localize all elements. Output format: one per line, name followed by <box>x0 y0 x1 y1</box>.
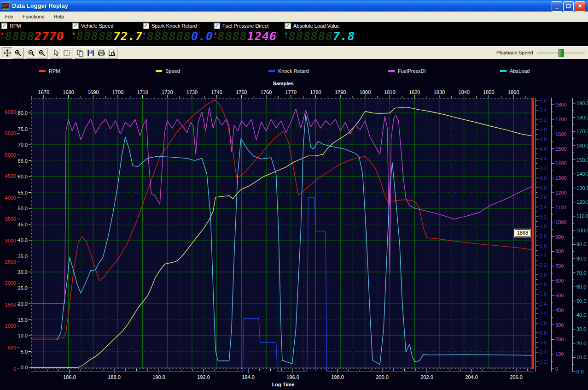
svg-text:80.0: 80.0 <box>18 110 28 116</box>
svg-text:10.0: 10.0 <box>576 355 586 360</box>
svg-text:1750: 1750 <box>236 89 247 95</box>
channel-label: Fuel Pressure Direct <box>222 23 268 29</box>
zoom-window-icon <box>14 49 22 57</box>
print-button[interactable] <box>96 47 107 59</box>
svg-text:120.0: 120.0 <box>576 199 588 205</box>
channel-rpm: ✓RPM+−88882770 <box>0 22 70 46</box>
svg-text:80.0: 80.0 <box>576 256 586 261</box>
checkbox-vehicle-speed[interactable]: ✓ <box>72 23 79 29</box>
checkbox-spark-knock-retard[interactable]: ✓ <box>143 23 149 29</box>
svg-text:1600: 1600 <box>555 131 566 137</box>
svg-text:0.0: 0.0 <box>21 365 28 370</box>
svg-text:2.8: 2.8 <box>540 233 547 239</box>
svg-text:70.0: 70.0 <box>18 142 28 148</box>
svg-text:192.0: 192.0 <box>197 374 210 380</box>
svg-text:1400: 1400 <box>555 160 566 166</box>
menu-file[interactable]: File <box>1 12 17 21</box>
svg-text:6000: 6000 <box>5 109 16 115</box>
chart-plot[interactable]: 1670168016901700171017201730174017501760… <box>0 59 588 390</box>
channel-label: Spark Knock Retard <box>151 23 197 29</box>
svg-text:65.0: 65.0 <box>18 158 28 164</box>
svg-text:1500: 1500 <box>555 146 566 152</box>
svg-text:1500: 1500 <box>5 302 16 307</box>
channel-checkbox-row: ✓Absolute Load Value <box>285 23 340 29</box>
svg-text:1720: 1720 <box>162 89 173 95</box>
svg-text:500: 500 <box>555 293 564 298</box>
channel-absolute-load-value: ✓Absolute Load Value+−8888887.8 <box>284 22 354 46</box>
save-button[interactable] <box>85 47 96 59</box>
svg-text:2000: 2000 <box>5 280 16 286</box>
window-buttons: _❐✕ <box>552 1 585 12</box>
maximize-button[interactable]: ❐ <box>563 1 574 12</box>
svg-text:1850: 1850 <box>483 89 494 95</box>
svg-text:4500: 4500 <box>5 173 16 179</box>
svg-text:40.0: 40.0 <box>576 312 586 318</box>
channel-spark-knock-retard: ✓Spark Knock Retard+−8888880.0 <box>142 22 212 46</box>
zoom-out-button[interactable] <box>26 47 37 59</box>
app-icon <box>2 2 10 10</box>
svg-text:1000: 1000 <box>555 219 566 225</box>
svg-text:196.0: 196.0 <box>286 374 299 380</box>
title-bar[interactable]: Data Logger Replay _❐✕ <box>0 0 588 12</box>
svg-text:1840: 1840 <box>458 89 469 95</box>
print-preview-button[interactable] <box>106 47 117 59</box>
copy-icon <box>76 49 84 57</box>
svg-text:180.0: 180.0 <box>576 115 588 120</box>
checkbox-rpm[interactable]: ✓ <box>1 23 7 29</box>
svg-text:45.0: 45.0 <box>18 222 28 227</box>
print-icon <box>98 49 105 57</box>
channel-checkbox-row: ✓Vehicle Speed <box>72 23 113 29</box>
svg-text:0.2: 0.2 <box>540 359 547 365</box>
menu-help[interactable]: Help <box>49 12 68 21</box>
channel-fuel-pressure-direct: ✓Fuel Pressure Direct+−88881246 <box>213 22 283 46</box>
menu-functions[interactable]: Functions <box>18 12 49 21</box>
svg-text:90.0: 90.0 <box>576 242 586 247</box>
copy-button[interactable] <box>75 47 86 59</box>
select-region-button[interactable] <box>61 47 72 59</box>
svg-text:130.0: 130.0 <box>576 185 588 191</box>
svg-text:55.0: 55.0 <box>18 190 28 195</box>
zoom-in-button[interactable] <box>36 47 47 59</box>
channel-checkbox-row: ✓RPM <box>1 23 21 29</box>
svg-text:35.0: 35.0 <box>18 254 28 259</box>
svg-text:0.8: 0.8 <box>540 330 547 336</box>
svg-text:1820: 1820 <box>409 89 420 95</box>
seven-segment-display-vehicle-speed: +−8888872.7 <box>72 30 143 43</box>
svg-text:1200: 1200 <box>555 190 566 195</box>
playback-speed-thumb[interactable] <box>559 49 564 57</box>
svg-text:1730: 1730 <box>186 89 198 95</box>
svg-text:140.0: 140.0 <box>576 171 588 177</box>
svg-text:5.0: 5.0 <box>540 127 547 132</box>
checkbox-fuel-pressure-direct[interactable]: ✓ <box>214 23 220 29</box>
svg-text:0.4: 0.4 <box>540 349 547 355</box>
minimize-button[interactable]: _ <box>552 1 562 12</box>
channel-label: Vehicle Speed <box>81 23 113 29</box>
close-button[interactable]: ✕ <box>575 1 585 12</box>
svg-text:20.0: 20.0 <box>18 301 28 307</box>
pan-button[interactable] <box>2 47 13 59</box>
svg-text:1000: 1000 <box>5 323 16 329</box>
checkbox-absolute-load-value[interactable]: ✓ <box>285 23 291 29</box>
svg-text:1.6: 1.6 <box>540 291 547 297</box>
svg-text:188.0: 188.0 <box>108 374 121 380</box>
cursor-button[interactable] <box>51 47 62 59</box>
svg-text:1700: 1700 <box>112 89 123 95</box>
svg-text:4000: 4000 <box>5 195 16 201</box>
display-value: 0.0 <box>191 30 213 43</box>
svg-text:50.0: 50.0 <box>576 298 586 304</box>
cursor-icon <box>52 49 60 57</box>
svg-text:1.2: 1.2 <box>540 311 547 316</box>
svg-text:4.4: 4.4 <box>540 156 547 161</box>
polarity-indicator: +− <box>1 31 4 40</box>
svg-text:186.0: 186.0 <box>63 374 76 380</box>
app-window: Data Logger Replay _❐✕ FileFunctionsHelp… <box>0 0 588 390</box>
svg-text:170.0: 170.0 <box>576 129 588 134</box>
svg-text:206.0: 206.0 <box>510 374 523 380</box>
zoom-window-button[interactable] <box>12 47 23 59</box>
svg-text:4.2: 4.2 <box>540 165 547 171</box>
svg-text:2.4: 2.4 <box>540 253 547 258</box>
channel-panel: ✓RPM+−88882770✓Vehicle Speed+−8888872.7✓… <box>0 22 588 46</box>
svg-text:500: 500 <box>8 345 16 350</box>
svg-text:3500: 3500 <box>5 216 16 222</box>
svg-text:2.6: 2.6 <box>540 243 547 248</box>
